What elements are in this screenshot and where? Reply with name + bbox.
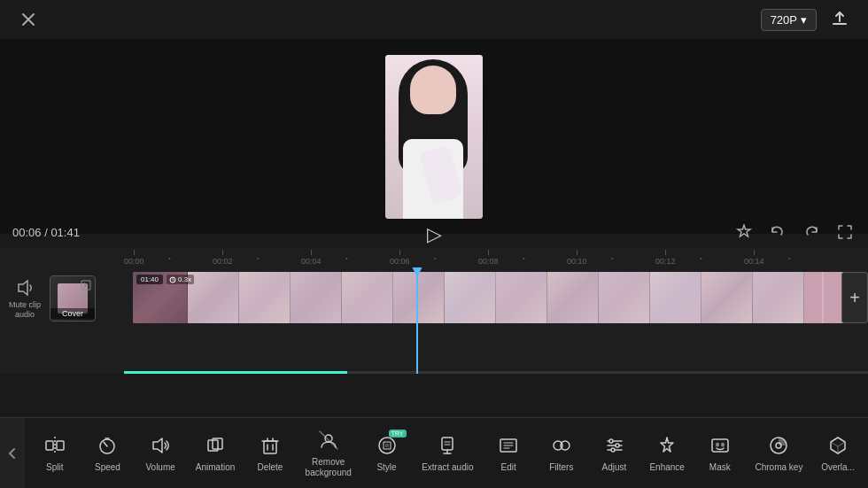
svg-rect-21 [442, 438, 453, 450]
cover-thumbnail[interactable]: Cover [50, 275, 96, 321]
filters-label: Filters [549, 462, 573, 473]
bottom-toolbar: Split Speed Volume [0, 417, 868, 488]
timeline: Mute clipaudio Cover 01:40 [0, 267, 868, 374]
clip-strip[interactable]: 01:40 0.3x [133, 272, 850, 323]
overlay-label: Overla... [821, 462, 855, 473]
svg-point-39 [716, 443, 719, 447]
split-label: Split [46, 462, 63, 473]
mute-button[interactable]: Mute clipaudio [9, 278, 41, 320]
svg-rect-12 [264, 441, 276, 453]
chroma-key-icon [766, 433, 791, 458]
ruler-mark-1: 00:02 [213, 250, 233, 266]
add-clip-button[interactable]: + [841, 272, 868, 323]
toolbar-item-chroma-key[interactable]: Chroma key [749, 426, 808, 480]
enhance-icon [655, 433, 679, 458]
svg-rect-7 [57, 441, 64, 450]
playhead[interactable] [416, 267, 418, 374]
svg-point-36 [616, 444, 619, 447]
adjust-label: Adjust [602, 462, 627, 473]
toolbar-item-remove-bg[interactable]: Remove background [300, 421, 357, 485]
toolbar-item-split[interactable]: Split [32, 426, 78, 480]
cover-label: Cover [50, 308, 95, 319]
style-label: Style [376, 462, 396, 473]
toolbar-item-animation[interactable]: Animation [190, 426, 240, 480]
control-icons [733, 221, 856, 243]
ruler-mark-5: 00:10 [567, 250, 587, 266]
svg-line-19 [320, 431, 337, 449]
speed-label: Speed [95, 462, 120, 473]
toolbar-items: Split Speed Volume [25, 418, 868, 488]
toolbar-controls: 00:06 / 01:41 [0, 216, 868, 248]
svg-rect-6 [46, 441, 53, 450]
toolbar-item-overlay[interactable]: Overla... [815, 426, 861, 480]
toolbar-item-edit[interactable]: Edit [485, 426, 531, 480]
toolbar-item-adjust[interactable]: Adjust [592, 426, 638, 480]
toolbar-item-speed[interactable]: Speed [84, 426, 130, 480]
mask-label: Mask [709, 462, 731, 473]
remove-bg-icon [316, 428, 341, 453]
header-left [14, 5, 43, 34]
time-display: 00:06 / 01:41 [12, 226, 80, 239]
preview-area: ▷ [0, 39, 868, 234]
header-right: 720P ▾ [761, 5, 854, 34]
mask-icon [708, 433, 732, 458]
timeline-ruler: 00:00 00:02 00:04 00:06 00:08 00:10 00:1… [0, 248, 868, 267]
preview-thumbnail [385, 55, 483, 219]
close-button[interactable] [14, 5, 43, 34]
remove-bg-label: Remove background [306, 457, 352, 478]
svg-rect-2 [833, 23, 847, 25]
animation-label: Animation [196, 462, 235, 473]
progress-bar [124, 371, 868, 374]
speed-icon [95, 433, 120, 458]
toolbar-item-extract-audio[interactable]: Extract audio [416, 426, 478, 480]
edit-icon [496, 433, 521, 458]
toolbar-item-delete[interactable]: Delete [247, 426, 293, 480]
undo-icon[interactable] [767, 221, 788, 243]
magic-icon[interactable] [733, 221, 755, 243]
delete-icon [258, 433, 283, 458]
toolbar-item-filters[interactable]: Filters [539, 426, 585, 480]
animation-icon [203, 433, 228, 458]
collapse-arrow[interactable] [0, 418, 25, 489]
toolbar-item-enhance[interactable]: Enhance [644, 426, 690, 480]
svg-point-35 [609, 439, 613, 443]
svg-marker-3 [19, 281, 27, 295]
extract-audio-label: Extract audio [422, 462, 473, 473]
ruler-mark-6: 00:12 [655, 250, 676, 266]
toolbar-item-mask[interactable]: Mask [697, 426, 743, 480]
overlay-icon [825, 433, 850, 458]
export-button[interactable] [825, 5, 854, 34]
track-controls: Mute clipaudio Cover [0, 275, 124, 321]
style-badge: TRY [389, 430, 407, 438]
chroma-key-label: Chroma key [755, 462, 802, 473]
toolbar-item-volume[interactable]: Volume [137, 426, 183, 480]
clip-strip-inner [133, 272, 850, 323]
delete-label: Delete [257, 462, 283, 473]
adjust-icon [602, 433, 627, 458]
track-content: 01:40 0.3x [124, 267, 868, 329]
extract-audio-icon [435, 433, 460, 458]
resolution-button[interactable]: 720P ▾ [761, 9, 817, 31]
progress-fill [124, 371, 347, 374]
enhance-label: Enhance [649, 462, 684, 473]
fullscreen-icon[interactable] [834, 221, 856, 243]
edit-label: Edit [501, 462, 516, 473]
volume-icon [148, 433, 173, 458]
toolbar-item-style[interactable]: TRY Style [364, 426, 410, 480]
ruler-mark-3: 00:06 [390, 250, 410, 266]
ruler-marks: 00:00 00:02 00:04 00:06 00:08 00:10 00:1… [124, 248, 868, 267]
style-icon: TRY [375, 433, 399, 458]
header: 720P ▾ [0, 0, 868, 39]
ruler-mark-0: 00:00 [124, 250, 144, 266]
ruler-mark-4: 00:08 [478, 250, 499, 266]
main-track-row: Mute clipaudio Cover 01:40 [0, 267, 868, 329]
ruler-mark-7: 00:14 [744, 250, 764, 266]
ruler-mark-2: 00:04 [301, 250, 322, 266]
volume-label: Volume [145, 462, 174, 473]
svg-point-40 [721, 443, 725, 447]
filters-icon [549, 433, 574, 458]
redo-icon[interactable] [801, 221, 822, 243]
svg-point-37 [611, 448, 615, 452]
svg-marker-9 [153, 438, 162, 453]
split-icon [43, 433, 67, 458]
